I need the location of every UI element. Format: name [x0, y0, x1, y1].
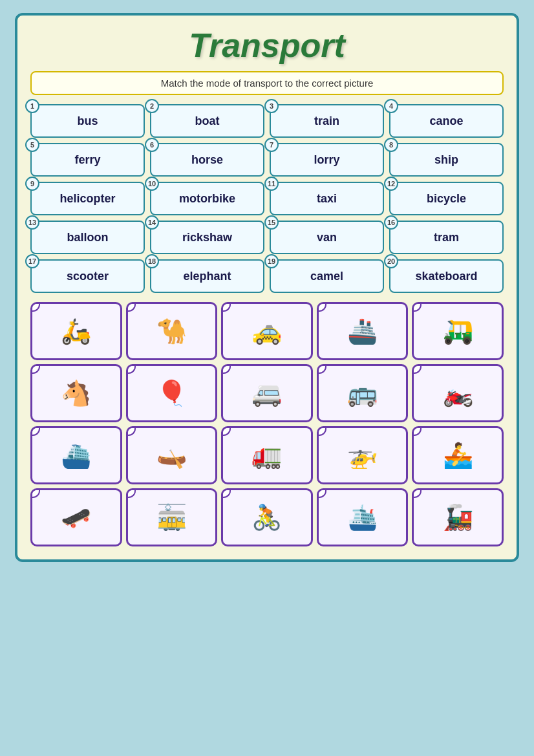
- answer-circle-10: [412, 364, 422, 374]
- picture-cell-7: 🎈: [126, 364, 218, 422]
- picture-emoji-2: 🐪: [156, 319, 187, 343]
- word-number-15: 15: [264, 215, 279, 230]
- picture-cell-8: 🚐: [221, 364, 313, 422]
- main-page: Transport Match the mode of transport to…: [15, 13, 519, 562]
- picture-cell-17: 🚋: [126, 488, 218, 546]
- word-label-8: ship: [434, 153, 458, 167]
- word-grid: 1bus2boat3train4canoe5ferry6horse7lorry8…: [30, 104, 504, 293]
- picture-cell-14: 🚁: [317, 426, 409, 484]
- picture-emoji-11: ⛴️: [61, 443, 91, 468]
- word-label-19: camel: [310, 270, 343, 283]
- word-cell-18: 18elephant: [150, 259, 264, 293]
- word-number-9: 9: [25, 177, 39, 191]
- picture-cell-5: 🛺: [412, 302, 504, 360]
- answer-circle-11: [30, 426, 40, 436]
- word-number-1: 1: [25, 99, 39, 113]
- word-number-2: 2: [145, 99, 159, 113]
- word-number-10: 10: [145, 177, 159, 191]
- picture-emoji-20: 🚂: [443, 505, 473, 530]
- word-label-17: scooter: [67, 270, 109, 283]
- picture-cell-20: 🚂: [412, 488, 504, 546]
- picture-emoji-6: 🐴: [61, 381, 91, 405]
- word-cell-17: 17scooter: [30, 259, 145, 293]
- word-cell-9: 9helicopter: [30, 182, 145, 215]
- picture-emoji-5: 🛺: [443, 319, 473, 343]
- word-cell-14: 14rickshaw: [150, 221, 264, 254]
- picture-emoji-19: 🛳️: [347, 505, 378, 530]
- picture-cell-18: 🚴: [221, 488, 313, 546]
- picture-cell-19: 🛳️: [317, 488, 409, 546]
- word-number-14: 14: [145, 215, 159, 230]
- picture-cell-12: 🛶: [126, 426, 218, 484]
- answer-circle-3: [221, 302, 231, 312]
- answer-circle-4: [317, 302, 326, 312]
- picture-emoji-12: 🛶: [156, 443, 187, 468]
- answer-circle-20: [412, 488, 422, 498]
- picture-emoji-7: 🎈: [156, 381, 187, 405]
- word-label-5: ferry: [74, 153, 100, 167]
- answer-circle-12: [126, 426, 136, 436]
- word-cell-2: 2boat: [150, 104, 264, 138]
- title-area: Transport: [30, 26, 504, 65]
- word-cell-20: 20skateboard: [389, 259, 504, 293]
- page-title: Transport: [30, 26, 504, 65]
- word-label-6: horse: [191, 153, 223, 167]
- word-cell-13: 13balloon: [30, 221, 145, 254]
- answer-circle-14: [317, 426, 326, 436]
- picture-cell-10: 🏍️: [412, 364, 504, 422]
- picture-cell-1: 🛵: [30, 302, 122, 360]
- word-number-19: 19: [264, 254, 279, 268]
- word-number-20: 20: [384, 254, 398, 268]
- word-cell-4: 4canoe: [389, 104, 504, 138]
- word-number-11: 11: [264, 177, 279, 191]
- picture-emoji-8: 🚐: [251, 381, 282, 405]
- word-label-10: motorbike: [179, 192, 235, 206]
- picture-emoji-18: 🚴: [251, 505, 282, 530]
- answer-circle-6: [30, 364, 40, 374]
- instruction-box: Match the mode of transport to the corre…: [30, 71, 504, 95]
- picture-emoji-16: 🛹: [61, 505, 91, 530]
- word-label-15: van: [317, 231, 337, 244]
- answer-circle-5: [412, 302, 422, 312]
- word-label-18: elephant: [183, 270, 231, 283]
- picture-cell-15: 🚣: [412, 426, 504, 484]
- word-label-7: lorry: [314, 153, 339, 167]
- answer-circle-19: [317, 488, 326, 498]
- picture-emoji-13: 🚛: [251, 443, 282, 468]
- picture-grid: 🛵🐪🚕🚢🛺🐴🎈🚐🚌🏍️⛴️🛶🚛🚁🚣🛹🚋🚴🛳️🚂: [30, 302, 504, 546]
- word-label-14: rickshaw: [182, 231, 232, 244]
- word-number-12: 12: [384, 177, 398, 191]
- word-number-3: 3: [264, 99, 279, 113]
- word-label-11: taxi: [317, 192, 337, 206]
- answer-circle-18: [221, 488, 231, 498]
- answer-circle-1: [30, 302, 40, 312]
- word-label-3: train: [314, 114, 339, 128]
- word-number-17: 17: [25, 254, 39, 268]
- instruction-text: Match the mode of transport to the corre…: [161, 78, 374, 89]
- word-label-16: tram: [434, 231, 459, 244]
- word-cell-8: 8ship: [389, 143, 504, 177]
- word-cell-11: 11taxi: [270, 182, 384, 215]
- answer-circle-16: [30, 488, 40, 498]
- word-cell-12: 12bicycle: [389, 182, 504, 215]
- answer-circle-17: [126, 488, 136, 498]
- word-cell-6: 6horse: [150, 143, 264, 177]
- picture-emoji-10: 🏍️: [443, 381, 473, 405]
- picture-cell-3: 🚕: [221, 302, 313, 360]
- word-cell-1: 1bus: [30, 104, 145, 138]
- word-label-13: balloon: [67, 231, 109, 244]
- word-label-20: skateboard: [415, 270, 477, 283]
- picture-emoji-14: 🚁: [347, 443, 378, 468]
- picture-emoji-3: 🚕: [251, 319, 282, 343]
- word-label-4: canoe: [429, 114, 463, 128]
- answer-circle-2: [126, 302, 136, 312]
- word-cell-16: 16tram: [389, 221, 504, 254]
- word-number-13: 13: [25, 215, 39, 230]
- picture-emoji-15: 🚣: [443, 443, 473, 468]
- word-number-4: 4: [384, 99, 398, 113]
- picture-cell-13: 🚛: [221, 426, 313, 484]
- picture-emoji-4: 🚢: [347, 319, 378, 343]
- word-cell-15: 15van: [270, 221, 384, 254]
- picture-cell-4: 🚢: [317, 302, 409, 360]
- word-number-6: 6: [145, 138, 159, 152]
